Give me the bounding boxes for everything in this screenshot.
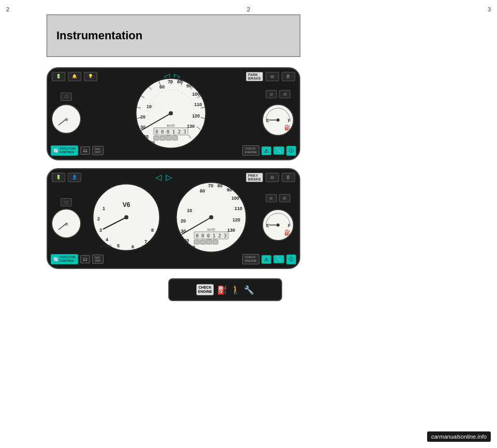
svg-text:130: 130 [227,228,235,233]
svg-text:km/h: km/h [207,228,215,231]
cluster-top-bottom-bar: 🔄 TRACTIONCONTROL 🗂 O/DOFF CHECKENGINE ⚠… [51,145,296,156]
svg-text:60: 60 [200,188,205,193]
warning-icon-b: ⚠ [261,255,271,264]
svg-text:130: 130 [187,124,195,129]
svg-text:40: 40 [143,134,149,139]
folder-indicator-b: 🗂 [80,255,90,263]
svg-text:120: 120 [192,113,200,118]
speedometer-top: 10 20 30 40 50 60 70 80 90 100 110 120 1… [131,76,211,148]
standalone-check-engine: CHECKENGINE [196,284,214,296]
gauges-area-bottom: ⬡ ⚙ 1 2 3 4 5 6 7 8 V6 [51,184,296,253]
svg-rect-34 [154,136,159,140]
svg-text:5: 5 [117,243,120,248]
standalone-person-icon: 🚶 [230,285,241,295]
od-off-top: O/DOFF [92,146,104,155]
svg-text:90: 90 [227,187,232,192]
seatbelt-indicator: 🔔 [68,72,81,81]
page-marker-left: 2 [6,6,9,12]
cluster-top: 🔋 🔔 💡 ◁ ▷ PARKBRAKE ⊖ 🛢 ⬡ ⚙ [47,67,300,160]
gauges-area-top: ⬡ ⚙ 10 20 30 40 50 60 70 80 9 [51,83,296,144]
svg-text:70: 70 [168,79,173,84]
svg-text:2: 2 [97,216,100,221]
svg-text:7: 7 [144,239,147,244]
fuel-gauge-bottom: E F ⛽ [260,204,296,243]
bottom-right-group-b: CHECKENGINE ⚠ 🔧 ⓘ [242,254,296,264]
oil-indicator-b: 🛢 [282,173,295,182]
svg-text:km/h: km/h [167,124,174,127]
battery-indicator: 🔋 [52,72,65,81]
svg-rect-84 [213,240,218,244]
svg-text:V6: V6 [123,201,130,208]
person-icon-top: 🔧 [273,146,284,155]
small-gauge-left-b: ⚙ [51,208,82,239]
svg-text:100: 100 [231,196,239,201]
right-ind-2: ⚙ [279,90,290,98]
folder-indicator-top: 🗂 [80,146,90,155]
page-marker-center: 2 [247,6,250,12]
svg-text:F: F [288,118,291,123]
minus-indicator-b: ⊖ [266,173,279,182]
person-icon-b: 🔧 [273,255,284,263]
fuel-gauge-top: E F ⛽ [260,100,296,137]
svg-text:20: 20 [181,218,186,223]
svg-text:100: 100 [192,92,200,97]
svg-text:E: E [266,118,269,123]
bottom-left-group-top: 🔄 TRACTIONCONTROL 🗂 O/DOFF [51,145,104,155]
svg-text:40: 40 [184,238,189,243]
svg-rect-35 [160,136,165,140]
svg-text:10: 10 [187,208,192,213]
minus-indicator: ⊖ [266,72,279,81]
svg-rect-82 [200,240,206,244]
standalone-fuel-icon: ⛽ [217,285,227,295]
od-off-b: O/DOFF [92,255,104,264]
left-ind-1: ⬡ [61,93,72,101]
svg-text:80: 80 [177,79,182,84]
page-title: Instrumentation [56,29,142,42]
svg-text:10: 10 [147,104,152,109]
svg-text:1: 1 [103,206,105,211]
standalone-wrench-icon: 🔧 [244,285,254,295]
tachometer: 1 2 3 4 5 6 7 8 V6 x 1000 [90,180,163,255]
park-brake-indicator: PARKBRAKE [246,72,263,81]
warning-icon-top: ⚠ [261,146,271,155]
svg-text:8: 8 [151,228,154,233]
svg-text:4: 4 [106,237,108,242]
svg-rect-83 [207,240,212,244]
svg-text:70: 70 [208,183,213,188]
light-indicator: 💡 [84,72,97,81]
watermark: carmanualsonline.info [427,431,491,442]
svg-point-86 [209,215,213,219]
svg-point-62 [124,215,128,219]
svg-text:120: 120 [232,217,240,222]
svg-text:E: E [266,223,269,228]
svg-text:0 0 0 1 2 3: 0 0 0 1 2 3 [196,233,227,238]
svg-rect-81 [194,240,199,244]
svg-text:50: 50 [190,245,195,250]
svg-text:6: 6 [131,244,134,249]
battery-indicator-b: 🔋 [52,173,65,182]
wrench-icon-top: ⓘ [286,146,296,156]
right-ind-b1: ⊖ [266,194,277,202]
svg-text:⛽: ⛽ [284,229,291,236]
page-marker-right: 3 [488,6,491,12]
svg-point-39 [169,111,173,115]
seatbelt-indicator-b: 👤 [68,173,81,182]
svg-text:90: 90 [186,83,192,88]
wrench-icon-b: ⓘ [286,255,296,264]
check-engine-top: CHECKENGINE [242,145,259,155]
svg-text:20: 20 [140,114,145,120]
bottom-left-group-b: 🔄 TRACTIONCONTROL 🗂 O/DOFF [51,254,104,264]
svg-text:80: 80 [217,183,223,188]
traction-control-top: 🔄 TRACTIONCONTROL [51,145,78,155]
bottom-right-group-top: CHECKENGINE ⚠ 🔧 ⓘ [242,145,296,155]
svg-text:110: 110 [194,102,202,107]
svg-point-46 [276,118,280,122]
check-engine-b: CHECKENGINE [242,254,259,264]
svg-text:⛽: ⛽ [284,124,291,131]
svg-text:110: 110 [235,206,242,211]
standalone-warning-box: CHECKENGINE ⛽ 🚶 🔧 [168,278,282,301]
left-ind-b: ⬡ [61,198,72,206]
small-gauge-left: ⚙ [51,103,82,135]
right-ind-b2: ⚙ [279,194,290,202]
svg-text:F: F [288,223,291,228]
